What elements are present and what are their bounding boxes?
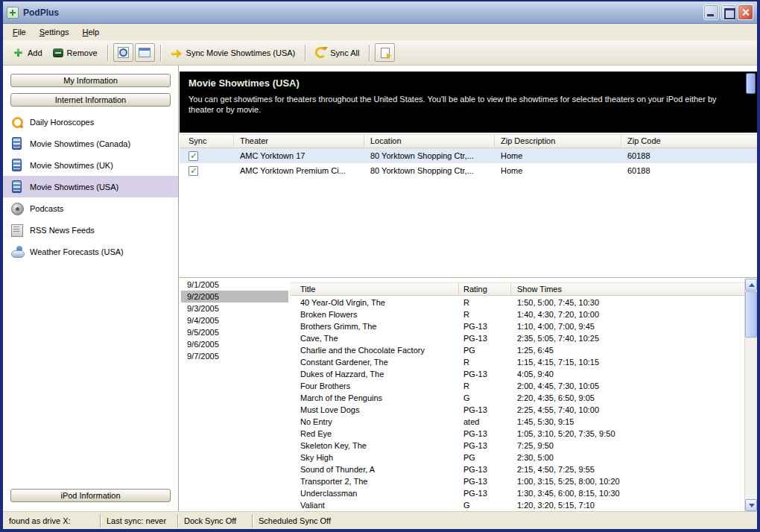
- minimize-button[interactable]: [703, 4, 719, 20]
- movie-times: 1:25, 6:45: [511, 344, 744, 356]
- sidebar-item-label: Daily Horoscopes: [30, 118, 94, 127]
- movie-row[interactable]: Four Brothers R 2:00, 4:45, 7:30, 10:05: [290, 380, 744, 392]
- title-bar[interactable]: PodPlus: [3, 1, 757, 24]
- theater-zip-code: 60188: [621, 166, 757, 175]
- movie-title: Skeleton Key, The: [290, 440, 459, 452]
- sync-doc-icon: [381, 48, 390, 58]
- movie-row[interactable]: March of the Penguins G 2:20, 4:35, 6:50…: [290, 392, 744, 404]
- menu-item[interactable]: File: [6, 25, 33, 39]
- movie-row[interactable]: Constant Gardener, The R 1:15, 4:15, 7:1…: [290, 356, 744, 368]
- scrollbar-thumb[interactable]: [745, 291, 757, 338]
- sidebar-item-label: Movie Showtimes (UK): [30, 161, 113, 170]
- movie-rating: PG: [459, 344, 511, 356]
- sidebar-item-rss-news-feeds[interactable]: RSS News Feeds: [3, 219, 178, 241]
- movie-row[interactable]: Broken Flowers R 1:40, 4:30, 7:20, 10:00: [290, 308, 744, 320]
- movie-times: 7:25, 9:50: [511, 440, 744, 452]
- date-item[interactable]: 9/4/2005: [181, 314, 288, 326]
- movie-row[interactable]: Transporter 2, The PG-13 1:00, 3:15, 5:2…: [290, 475, 744, 487]
- remove-button[interactable]: Remove: [48, 45, 103, 60]
- movie-title: Red Eye: [290, 428, 459, 440]
- movie-row[interactable]: Red Eye PG-13 1:05, 3:10, 5:20, 7:35, 9:…: [290, 428, 744, 440]
- details-button[interactable]: [135, 43, 155, 62]
- date-item[interactable]: 9/1/2005: [181, 279, 288, 291]
- sidebar-list: Daily Horoscopes Movie Showtimes (Canada…: [3, 111, 178, 262]
- movie-row[interactable]: Cave, The PG-13 2:35, 5:05, 7:40, 10:25: [290, 332, 744, 344]
- movie-row[interactable]: Valiant G 1:20, 3:20, 5:15, 7:10: [290, 499, 744, 511]
- date-item[interactable]: 9/7/2005: [181, 350, 288, 362]
- sidebar-item-movie-showtimes-uk-[interactable]: Movie Showtimes (UK): [3, 154, 178, 176]
- movie-title: Valiant: [290, 499, 459, 511]
- sidebar-item-daily-horoscopes[interactable]: Daily Horoscopes: [3, 111, 178, 133]
- close-button[interactable]: [738, 4, 753, 20]
- movie-row[interactable]: Underclassman PG-13 1:30, 3:45, 6:00, 8:…: [290, 487, 744, 499]
- sidebar: My Information Internet Information Dail…: [3, 66, 179, 511]
- column-header-theater[interactable]: Theater: [234, 135, 364, 148]
- sidebar-item-movie-showtimes-canada-[interactable]: Movie Showtimes (Canada): [3, 133, 178, 154]
- theater-row[interactable]: AMC Yorktown Premium Ci... 80 Yorktown S…: [180, 163, 757, 178]
- date-item[interactable]: 9/2/2005: [181, 291, 288, 303]
- ipod-information-button[interactable]: iPod Information: [10, 489, 171, 502]
- menu-item[interactable]: Help: [76, 25, 107, 39]
- theater-zip-code: 60188: [621, 151, 757, 160]
- movie-row[interactable]: Skeleton Key, The PG-13 7:25, 9:50: [290, 440, 744, 452]
- column-header-showtimes[interactable]: Show Times: [511, 283, 744, 295]
- movie-times: 2:20, 4:35, 6:50, 9:05: [511, 392, 744, 404]
- theater-name: AMC Yorktown Premium Ci...: [234, 166, 364, 175]
- column-header-zip-code[interactable]: Zip Code: [621, 135, 757, 148]
- movie-times: 2:25, 4:55, 7:40, 10:00: [511, 404, 744, 416]
- theater-location: 80 Yorktown Shopping Ctr,...: [364, 166, 495, 175]
- scroll-down-icon[interactable]: [745, 499, 757, 511]
- movie-row[interactable]: Sound of Thunder, A PG-13 2:15, 4:50, 7:…: [290, 463, 744, 475]
- theater-zip-description: Home: [495, 166, 621, 175]
- movie-rating: PG-13: [459, 428, 511, 440]
- theater-row[interactable]: AMC Yorktown 17 80 Yorktown Shopping Ctr…: [180, 148, 757, 163]
- sync-all-button[interactable]: Sync All: [310, 44, 364, 61]
- movie-row[interactable]: Brothers Grimm, The PG-13 1:10, 4:00, 7:…: [290, 320, 744, 332]
- movie-row[interactable]: Charlie and the Chocolate Factory PG 1:2…: [290, 344, 744, 356]
- movie-rating: PG-13: [459, 320, 511, 332]
- sidebar-item-label: Weather Forecasts (USA): [30, 247, 124, 256]
- toolbar-separator: [107, 45, 108, 61]
- date-item[interactable]: 9/6/2005: [181, 338, 288, 350]
- movie-row[interactable]: 40 Year-Old Virgin, The R 1:50, 5:00, 7:…: [290, 297, 744, 308]
- sidebar-item-weather-forecasts-usa-[interactable]: Weather Forecasts (USA): [3, 241, 178, 262]
- column-header-sync[interactable]: Sync: [180, 135, 234, 148]
- movie-scrollbar[interactable]: [744, 279, 757, 511]
- app-window: PodPlus File Settings Help Add Remove Sy…: [0, 0, 760, 532]
- movie-title: Dukes of Hazzard, The: [290, 368, 459, 380]
- menu-item[interactable]: Settings: [33, 25, 76, 39]
- movie-row[interactable]: Must Love Dogs PG-13 2:25, 4:55, 7:40, 1…: [290, 404, 744, 416]
- sidebar-item-movie-showtimes-usa-[interactable]: Movie Showtimes (USA): [3, 176, 178, 197]
- sidebar-item-podcasts[interactable]: Podcasts: [3, 197, 178, 219]
- preview-button[interactable]: [113, 43, 133, 62]
- date-item[interactable]: 9/5/2005: [181, 326, 288, 338]
- scroll-up-icon[interactable]: [745, 279, 757, 291]
- movie-title: Brothers Grimm, The: [290, 320, 459, 332]
- sync-selected-button[interactable]: Sync Movie Showtimes (USA): [165, 45, 301, 61]
- column-header-rating[interactable]: Rating: [459, 283, 511, 295]
- movie-row[interactable]: No Entry ated 1:45, 5:30, 9:15: [290, 416, 744, 428]
- internet-information-button[interactable]: Internet Information: [10, 93, 171, 107]
- sidebar-item-label: Movie Showtimes (USA): [30, 183, 118, 191]
- date-item[interactable]: 9/3/2005: [181, 303, 288, 314]
- my-information-button[interactable]: My Information: [10, 74, 171, 87]
- maximize-button[interactable]: [721, 4, 736, 20]
- sync-checkbox[interactable]: [189, 166, 198, 176]
- section-header: Movie Showtimes (USA) You can get showti…: [180, 72, 757, 133]
- add-button[interactable]: Add: [7, 44, 48, 61]
- movie-rating: G: [459, 392, 511, 404]
- movie-row[interactable]: Sky High PG 2:30, 5:00: [290, 452, 744, 463]
- movie-row[interactable]: Dukes of Hazzard, The PG-13 4:05, 9:40: [290, 368, 744, 380]
- column-header-location[interactable]: Location: [364, 135, 495, 148]
- column-header-title[interactable]: Title: [290, 283, 459, 295]
- theater-rows: AMC Yorktown 17 80 Yorktown Shopping Ctr…: [180, 148, 757, 178]
- movie-rating: PG-13: [459, 475, 511, 487]
- menu-bar: File Settings Help: [3, 24, 757, 40]
- header-scrollbar-thumb[interactable]: [746, 73, 756, 94]
- column-header-zip-description[interactable]: Zip Description: [495, 135, 621, 148]
- header-scrollbar[interactable]: [746, 73, 756, 131]
- movie-times: 1:30, 3:45, 6:00, 8:15, 10:30: [511, 487, 744, 499]
- sync-checkbox[interactable]: [189, 151, 198, 161]
- sync-doc-button[interactable]: [375, 43, 395, 62]
- movie-title: Broken Flowers: [290, 308, 459, 320]
